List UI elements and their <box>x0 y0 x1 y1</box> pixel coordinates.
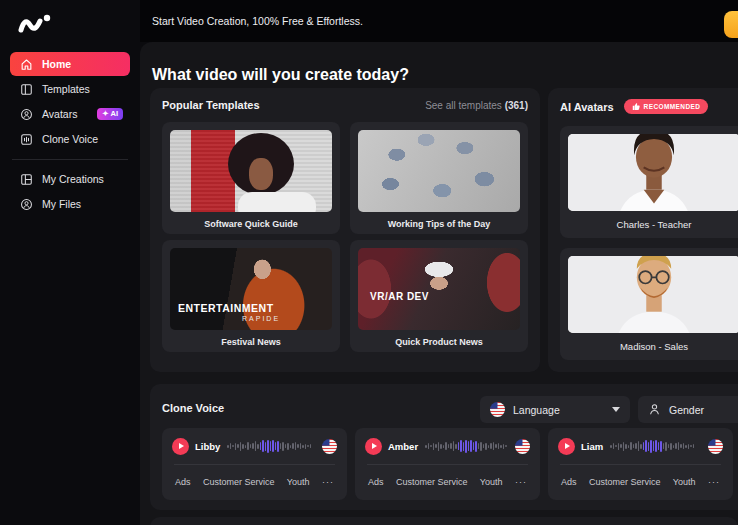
voice-card-libby[interactable]: Libby Ads Customer Service Youth ··· <box>162 428 347 500</box>
play-icon <box>565 443 570 449</box>
avatar-illustration-madison <box>568 256 738 333</box>
sidebar-item-label: Clone Voice <box>42 133 98 145</box>
voice-tag: Youth <box>287 477 310 487</box>
play-button[interactable] <box>365 438 382 455</box>
voice-tags: Ads Customer Service Youth ··· <box>162 465 347 499</box>
voice-tag: Ads <box>561 477 577 487</box>
template-card-working-tips[interactable]: Working Tips of the Day <box>350 122 528 234</box>
more-tags-icon[interactable]: ··· <box>515 477 527 487</box>
voice-tag: Customer Service <box>589 477 661 487</box>
avatar-caption: Charles - Teacher <box>568 219 738 230</box>
template-thumbnail: ENTERTAINMENT RAPIDE <box>170 248 332 330</box>
avatar-image <box>568 134 738 211</box>
sidebar-item-label: My Creations <box>42 173 104 185</box>
sidebar-divider <box>12 159 128 160</box>
voice-tag: Customer Service <box>203 477 275 487</box>
see-all-templates-link[interactable]: See all templates (361) <box>425 100 528 111</box>
voice-tag: Ads <box>175 477 191 487</box>
recommended-label: RECOMMENDED <box>644 103 701 110</box>
ai-badge-label: AI <box>111 110 119 118</box>
recommended-badge: RECOMMENDED <box>624 99 709 114</box>
thumbnail-overlay-text: ENTERTAINMENT <box>178 302 274 314</box>
ai-avatars-title: AI Avatars <box>560 101 614 113</box>
us-flag-icon <box>490 402 505 417</box>
voice-card-liam[interactable]: Liam Ads Customer Service Youth ··· <box>548 428 733 500</box>
chevron-down-icon <box>612 407 620 412</box>
language-dropdown-label: Language <box>513 404 560 416</box>
gender-dropdown[interactable]: Gender <box>638 396 738 423</box>
promo-cta-button[interactable] <box>724 11 738 38</box>
voice-equalizer-icon <box>20 133 33 146</box>
thumbnail-figure <box>249 158 273 190</box>
next-section-panel <box>150 517 738 525</box>
voice-name: Amber <box>388 441 418 452</box>
voice-name: Libby <box>195 441 220 452</box>
sidebar-item-label: Templates <box>42 83 90 95</box>
us-flag-icon <box>708 439 723 454</box>
template-caption: Festival News <box>170 337 332 347</box>
more-tags-icon[interactable]: ··· <box>708 477 720 487</box>
more-tags-icon[interactable]: ··· <box>322 477 334 487</box>
template-card-quick-product-news[interactable]: VR/AR DEV Quick Product News <box>350 240 528 352</box>
template-card-software-quick-guide[interactable]: Software Quick Guide <box>162 122 340 234</box>
templates-grid: Software Quick Guide Working Tips of the… <box>162 122 528 352</box>
thumbnail-overlay-subtext: RAPIDE <box>242 315 280 322</box>
sidebar: Home Templates Avatars ✦ AI <box>0 0 140 525</box>
language-dropdown[interactable]: Language <box>480 396 630 423</box>
creations-icon <box>20 173 33 186</box>
voice-row: Liam <box>548 428 733 464</box>
gender-dropdown-label: Gender <box>669 404 704 416</box>
template-card-festival-news[interactable]: ENTERTAINMENT RAPIDE Festival News <box>162 240 340 352</box>
voice-name: Liam <box>581 441 603 452</box>
sidebar-item-label: Home <box>42 58 71 70</box>
sidebar-item-my-creations[interactable]: My Creations <box>10 167 130 191</box>
play-button[interactable] <box>172 438 189 455</box>
avatar-caption: Madison - Sales <box>568 341 738 352</box>
avatar-card-charles[interactable]: Charles - Teacher <box>560 126 738 238</box>
template-thumbnail <box>358 130 520 212</box>
templates-count: (361) <box>505 100 528 111</box>
ai-avatars-header: AI Avatars RECOMMENDED <box>548 88 738 114</box>
play-icon <box>372 443 377 449</box>
sidebar-nav: Home Templates Avatars ✦ AI <box>0 52 140 217</box>
play-icon <box>179 443 184 449</box>
sparkle-icon: ✦ <box>102 110 108 118</box>
thumbs-up-icon <box>632 102 641 111</box>
page-title: What video will you create today? <box>152 66 409 84</box>
us-flag-icon <box>515 439 530 454</box>
voice-tag: Youth <box>673 477 696 487</box>
voice-card-amber[interactable]: Amber Ads Customer Service Youth ··· <box>355 428 540 500</box>
clone-voice-title: Clone Voice <box>162 402 224 414</box>
voice-tags: Ads Customer Service Youth ··· <box>355 465 540 499</box>
voice-tag: Ads <box>368 477 384 487</box>
templates-icon <box>20 83 33 96</box>
topbar: Start Video Creation, 100% Free & Effort… <box>140 0 738 42</box>
popular-templates-title: Popular Templates <box>162 99 260 111</box>
sidebar-item-home[interactable]: Home <box>10 52 130 76</box>
avatar-illustration-charles <box>568 134 738 211</box>
audio-waveform <box>610 439 701 453</box>
sidebar-item-avatars[interactable]: Avatars ✦ AI <box>10 102 130 126</box>
avatar-image <box>568 256 738 333</box>
template-caption: Quick Product News <box>358 337 520 347</box>
person-icon <box>648 403 661 416</box>
avatar-card-madison[interactable]: Madison - Sales <box>560 248 738 360</box>
voice-tag: Customer Service <box>396 477 468 487</box>
logo-wave-icon <box>15 9 55 37</box>
voice-row: Libby <box>162 428 347 464</box>
us-flag-icon <box>322 439 337 454</box>
template-caption: Working Tips of the Day <box>358 219 520 229</box>
sidebar-item-label: Avatars <box>42 108 77 120</box>
sidebar-item-templates[interactable]: Templates <box>10 77 130 101</box>
template-thumbnail: VR/AR DEV <box>358 248 520 330</box>
ai-avatars-panel: AI Avatars RECOMMENDED <box>548 88 738 372</box>
popular-templates-header: Popular Templates See all templates (361… <box>150 88 540 111</box>
play-button[interactable] <box>558 438 575 455</box>
sidebar-item-my-files[interactable]: My Files <box>10 192 130 216</box>
thumbnail-figure <box>238 192 316 212</box>
app-window: Home Templates Avatars ✦ AI <box>0 0 738 525</box>
thumbnail-overlay-text: VR/AR DEV <box>370 291 429 302</box>
app-logo[interactable] <box>15 9 55 37</box>
sidebar-item-clone-voice[interactable]: Clone Voice <box>10 127 130 151</box>
audio-waveform <box>227 439 315 453</box>
